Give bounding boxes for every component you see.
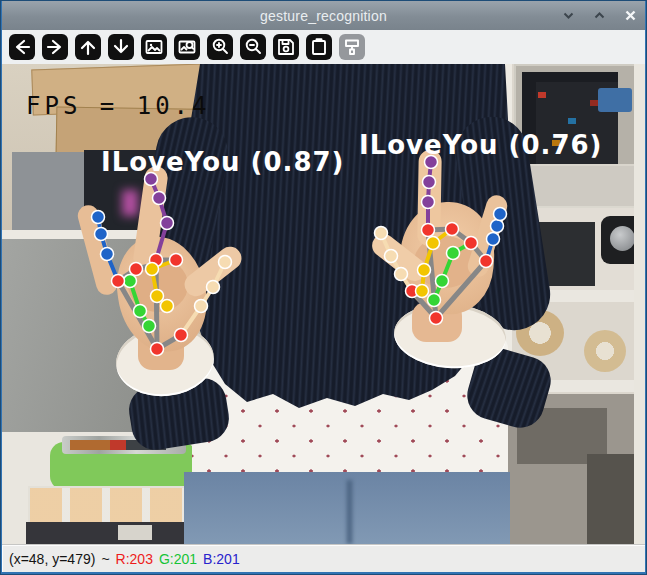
pan-up-button[interactable] bbox=[75, 34, 101, 60]
statusbar: (x=48, y=479) ~ R:203 G:201 B:201 bbox=[2, 544, 645, 572]
pan-down-button[interactable] bbox=[108, 34, 134, 60]
pan-right-button[interactable] bbox=[42, 34, 68, 60]
arrow-down-icon bbox=[110, 36, 132, 58]
image-icon bbox=[143, 36, 165, 58]
cursor-position: (x=48, y=479) bbox=[9, 551, 95, 567]
pixel-red-value: R:203 bbox=[116, 551, 153, 567]
window-title: gesture_recognition bbox=[260, 8, 387, 24]
toolbar bbox=[2, 30, 645, 64]
pixel-green-value: G:201 bbox=[159, 551, 197, 567]
shade-button[interactable] bbox=[561, 9, 575, 23]
webcam-frame[interactable]: rcac com bbox=[2, 64, 645, 544]
zoom-out-button[interactable] bbox=[240, 34, 266, 60]
titlebar[interactable]: gesture_recognition bbox=[2, 1, 645, 30]
separator: ~ bbox=[101, 551, 109, 567]
arrow-left-icon bbox=[11, 36, 33, 58]
close-button[interactable] bbox=[623, 9, 637, 23]
chevron-down-icon bbox=[563, 12, 574, 19]
paint-roller-icon bbox=[341, 36, 363, 58]
copy-image-button[interactable] bbox=[306, 34, 332, 60]
display-properties-button[interactable] bbox=[339, 34, 365, 60]
zoom-in-button[interactable] bbox=[207, 34, 233, 60]
arrow-right-icon bbox=[44, 36, 66, 58]
gesture-label-right: ILoveYou (0.76) bbox=[359, 130, 602, 160]
pan-left-button[interactable] bbox=[9, 34, 35, 60]
save-image-button[interactable] bbox=[273, 34, 299, 60]
clipboard-icon bbox=[308, 36, 330, 58]
zoom-region-button[interactable] bbox=[174, 34, 200, 60]
arrow-up-icon bbox=[77, 36, 99, 58]
window-controls bbox=[561, 1, 637, 30]
gesture-label-left: ILoveYou (0.87) bbox=[101, 147, 344, 177]
image-zoom-icon bbox=[176, 36, 198, 58]
pixel-blue-value: B:201 bbox=[203, 551, 240, 567]
zoom-out-icon bbox=[242, 36, 264, 58]
close-icon bbox=[625, 10, 636, 21]
unshade-button[interactable] bbox=[592, 9, 606, 23]
app-window: gesture_recognition bbox=[0, 0, 647, 575]
save-icon bbox=[275, 36, 297, 58]
zoom-original-button[interactable] bbox=[141, 34, 167, 60]
zoom-in-icon bbox=[209, 36, 231, 58]
fps-readout: FPS = 10.4 bbox=[26, 92, 211, 120]
chevron-up-icon bbox=[594, 12, 605, 19]
